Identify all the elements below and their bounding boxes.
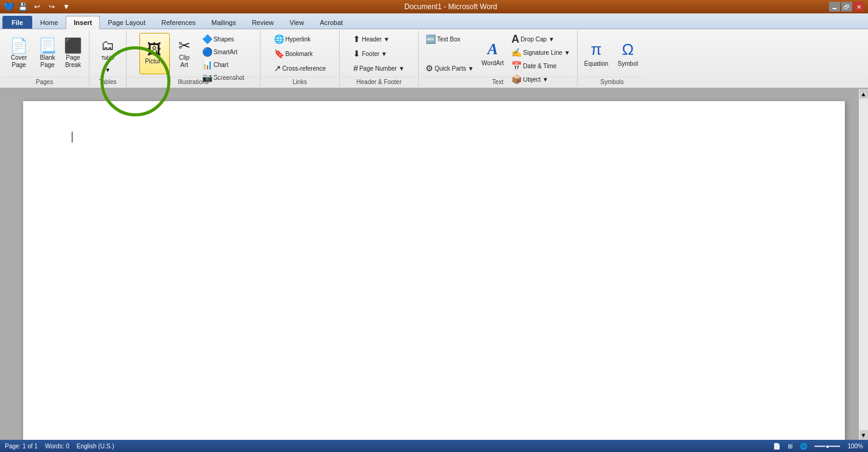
quick-undo[interactable]: ↩ [31,1,43,12]
quick-parts-icon: ⚙ [425,63,433,73]
tab-mailings[interactable]: Mailings [203,16,243,29]
language: English (U.S.) [77,443,114,450]
quick-redo[interactable]: ↪ [46,1,58,12]
blank-page-button[interactable]: 📃 BlankPage [35,33,60,74]
bookmark-button[interactable]: 🔖 Bookmark [271,48,329,60]
drop-cap-button[interactable]: A Drop Cap ▼ [508,33,573,45]
ribbon-tabs: File Home Insert Page Layout References … [0,13,868,29]
symbol-button[interactable]: Ω Symbol [613,33,643,74]
wordart-icon: A [488,40,498,58]
blank-page-icon: 📃 [38,38,57,53]
picture-icon: 🖼 [147,42,162,57]
clip-art-button[interactable]: ✂ ClipArt [171,33,198,74]
clip-art-icon: ✂ [178,38,191,53]
footer-icon: ⬇ [353,49,360,58]
symbols-label: Symbols [580,77,645,87]
hyperlink-button[interactable]: 🌐 Hyperlink [271,33,329,45]
group-symbols: π Equation Ω Symbol Symbols [578,30,647,87]
zoom-slider[interactable]: ━━━●━━━ [814,443,840,450]
document-page[interactable] [23,101,845,440]
page-count: Page: 1 of 1 [5,443,38,450]
drop-cap-icon: A [511,33,519,46]
group-tables: 🗂 Table ▼ Tables [89,30,127,87]
date-time-icon: 📅 [511,61,522,71]
table-button[interactable]: 🗂 Table [93,33,122,66]
smartart-icon: 🔵 [202,47,212,57]
hyperlink-icon: 🌐 [274,34,284,44]
restore-button[interactable]: 🗗 [841,2,852,12]
tab-review[interactable]: Review [244,16,282,29]
tab-references[interactable]: References [153,16,203,29]
tab-file[interactable]: File [2,16,32,29]
links-label: Links [263,77,337,87]
tables-label: Tables [92,77,124,87]
vertical-scrollbar[interactable]: ▲ ▼ [858,89,868,440]
view-fullscreen[interactable]: ⊞ [788,443,793,450]
scroll-down-button[interactable]: ▼ [859,430,868,440]
text-box-button[interactable]: 🔤 Text Box [422,33,477,45]
window-title: Document1 - Microsoft Word [72,2,829,11]
wordart-button[interactable]: A WordArt [478,33,507,74]
shapes-icon: 🔷 [202,34,212,44]
tab-page-layout[interactable]: Page Layout [100,16,153,29]
cross-reference-button[interactable]: ↗ Cross-reference [271,62,329,74]
equation-button[interactable]: π Equation [581,33,612,74]
cover-page-button[interactable]: 📄 CoverPage [4,33,34,74]
cross-reference-icon: ↗ [274,63,281,73]
group-pages: 📄 CoverPage 📃 BlankPage ⬛ PageBr [0,30,89,87]
zoom-level: 100% [847,443,863,450]
date-time-button[interactable]: 📅 Date & Time [508,60,573,72]
illustrations-label: Illustrations [129,77,257,87]
quick-parts-button[interactable]: ⚙ Quick Parts ▼ [422,62,477,74]
symbol-icon: Ω [622,40,634,59]
equation-icon: π [591,40,602,59]
bookmark-icon: 🔖 [274,49,284,58]
signature-line-button[interactable]: ✍ Signature Line ▼ [508,46,573,58]
ribbon-body: 📄 CoverPage 📃 BlankPage ⬛ PageBr [0,29,868,89]
text-box-icon: 🔤 [425,34,436,44]
word-count: Words: 0 [45,443,69,450]
minimize-button[interactable]: 🗕 [829,2,840,12]
table-split: 🗂 Table ▼ [93,33,122,74]
page-break-icon: ⬛ [64,38,82,53]
smartart-button[interactable]: 🔵 SmartArt [199,46,248,58]
pages-label: Pages [2,77,86,87]
page-number-icon: # [353,63,358,73]
page-number-button[interactable]: # Page Number ▼ [350,62,407,74]
table-dropdown[interactable]: ▼ [93,66,122,74]
cover-page-icon: 📄 [10,38,28,53]
view-print[interactable]: 📄 [773,443,780,450]
header-footer-label: Header & Footer [342,77,416,87]
chart-icon: 📊 [202,60,212,69]
group-header-footer: ⬆ Header ▼ ⬇ Footer ▼ # Page Number ▼ [340,30,419,87]
group-text: 🔤 Text Box ⚙ Quick Parts ▼ A WordArt [419,30,578,87]
text-label: Text [421,77,575,87]
group-illustrations: 🖼 Picture ✂ ClipArt 🔷 Shapes 🔵 [127,30,261,87]
quick-save[interactable]: 💾 [16,1,29,12]
chart-button[interactable]: 📊 Chart [199,58,248,71]
group-links: 🌐 Hyperlink 🔖 Bookmark ↗ Cross-reference [261,30,340,87]
signature-line-icon: ✍ [511,48,522,57]
quick-customize[interactable]: ▼ [60,1,72,12]
tab-home[interactable]: Home [32,16,66,29]
tab-insert[interactable]: Insert [66,16,100,29]
shapes-button[interactable]: 🔷 Shapes [199,33,248,45]
table-icon: 🗂 [101,38,114,54]
view-web[interactable]: 🌐 [800,443,807,450]
status-bar: Page: 1 of 1 Words: 0 English (U.S.) 📄 ⊞… [0,440,868,452]
footer-button[interactable]: ⬇ Footer ▼ [350,48,407,60]
document-area: ▲ ▼ [0,89,868,440]
scroll-up-button[interactable]: ▲ [859,89,868,99]
picture-button[interactable]: 🖼 Picture [139,33,170,74]
close-button[interactable]: ✕ [853,2,864,12]
page-break-button[interactable]: ⬛ PageBreak [61,33,85,74]
tab-acrobat[interactable]: Acrobat [312,16,351,29]
text-cursor [72,132,72,143]
tab-view[interactable]: View [282,16,312,29]
header-button[interactable]: ⬆ Header ▼ [350,33,407,45]
header-icon: ⬆ [353,34,360,44]
title-bar: 💙 💾 ↩ ↪ ▼ Document1 - Microsoft Word 🗕 🗗… [0,0,868,13]
